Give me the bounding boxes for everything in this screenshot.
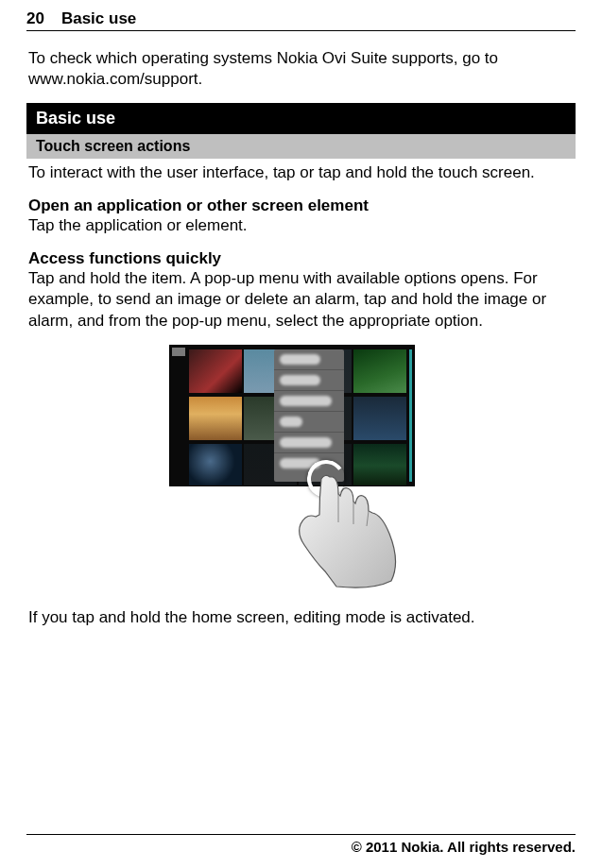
access-body: Tap and hold the item. A pop-up menu wit… bbox=[26, 268, 576, 331]
page-header: 20 Basic use bbox=[26, 9, 576, 31]
page-number: 20 bbox=[26, 9, 44, 28]
subsection-heading: Touch screen actions bbox=[26, 134, 576, 159]
interact-paragraph: To interact with the user interface, tap… bbox=[26, 162, 576, 183]
intro-paragraph: To check which operating systems Nokia O… bbox=[26, 48, 576, 90]
after-figure-paragraph: If you tap and hold the home screen, edi… bbox=[26, 607, 576, 628]
copyright-text: © 2011 Nokia. All rights reserved. bbox=[352, 839, 576, 855]
figure bbox=[26, 345, 576, 590]
open-body: Tap the application or element. bbox=[26, 215, 576, 236]
open-heading: Open an application or other screen elem… bbox=[26, 196, 576, 215]
hand-icon bbox=[278, 468, 410, 600]
chapter-title: Basic use bbox=[61, 9, 136, 28]
section-heading: Basic use bbox=[26, 103, 576, 134]
page-footer: © 2011 Nokia. All rights reserved. bbox=[26, 834, 576, 855]
access-heading: Access functions quickly bbox=[26, 249, 576, 268]
phone-screen-illustration bbox=[169, 345, 415, 486]
